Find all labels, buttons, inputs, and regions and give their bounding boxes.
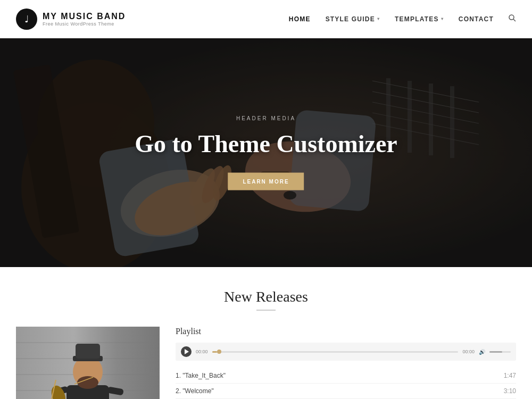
chevron-down-icon: ▾ [441,16,444,21]
playlist-area: Playlist 00:00 00:00 🔊 [176,327,516,399]
releases-grid: Playlist 00:00 00:00 🔊 [16,327,516,399]
album-art [16,327,160,399]
track-name: 1. "Take_It_Back" [176,372,226,379]
track-list: 1. "Take_It_Back" 1:47 2. "Welcome" 3:10… [176,368,516,399]
album-image-svg [16,327,160,399]
svg-point-38 [77,376,98,389]
main-content: New Releases [0,267,532,399]
track-name: 2. "Welcome" [176,387,214,395]
site-title: MY MUSIC BAND [43,12,126,21]
logo[interactable]: ♩ MY MUSIC BAND Free Music WordPress The… [16,9,126,30]
time-start: 00:00 [196,349,208,354]
progress-dot [217,350,221,354]
track-item[interactable]: 1. "Take_It_Back" 1:47 [176,368,516,384]
hero-label: HEADER MEDIA [135,115,397,121]
hero-content: HEADER MEDIA Go to Theme Customizer LEAR… [135,115,397,190]
nav-templates[interactable]: TEMPLATES ▾ [395,15,444,23]
track-duration: 3:10 [504,387,516,395]
progress-track[interactable] [212,351,459,353]
play-icon [185,349,189,354]
chevron-down-icon: ▾ [377,16,380,21]
hero-title: Go to Theme Customizer [135,130,397,158]
logo-icon: ♩ [16,9,37,30]
music-note-icon: ♩ [24,13,29,25]
section-title: New Releases [16,288,516,305]
logo-text: MY MUSIC BAND Free Music WordPress Theme [43,12,126,27]
svg-point-0 [509,15,514,20]
svg-rect-37 [76,344,100,359]
site-tagline: Free Music WordPress Theme [43,21,126,27]
search-icon [509,14,516,22]
search-button[interactable] [509,14,516,24]
volume-icon: 🔊 [479,349,485,355]
track-duration: 1:47 [504,372,516,379]
nav-contact[interactable]: CONTACT [459,15,494,23]
play-button[interactable] [181,346,192,357]
playlist-label: Playlist [176,327,516,336]
nav-style-guide[interactable]: STYLE GUIDE ▾ [326,15,380,23]
progress-fill [212,351,217,353]
player-bar: 00:00 00:00 🔊 [176,343,516,361]
nav-home[interactable]: HOME [289,15,311,23]
hero-section: HEADER MEDIA Go to Theme Customizer LEAR… [0,38,532,267]
learn-more-button[interactable]: LEARN MORE [228,173,304,190]
track-item[interactable]: 2. "Welcome" 3:10 [176,384,516,399]
svg-line-1 [513,19,516,21]
section-divider [256,310,276,311]
volume-bar[interactable] [489,351,511,353]
site-header: ♩ MY MUSIC BAND Free Music WordPress The… [0,0,532,38]
time-end: 00:00 [462,349,475,354]
main-nav: HOME STYLE GUIDE ▾ TEMPLATES ▾ CONTACT [289,14,516,24]
volume-fill [489,351,502,353]
